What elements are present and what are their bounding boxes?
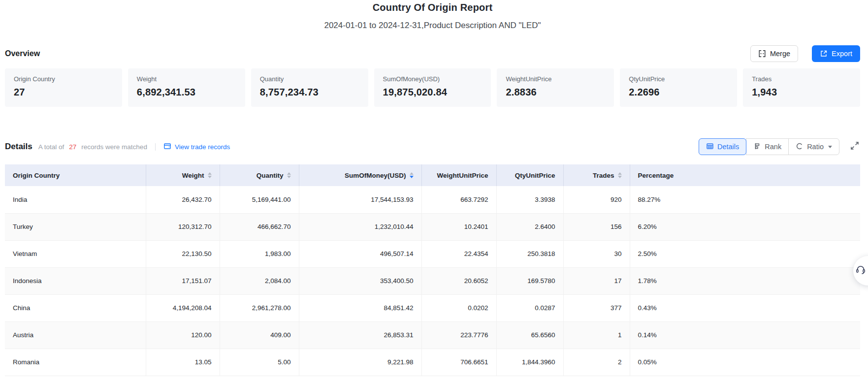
cell-qty-unit-price: 169.5780 bbox=[496, 267, 563, 294]
cell-trades: 156 bbox=[563, 213, 630, 240]
details-heading: Details bbox=[5, 142, 32, 152]
cell-qty-unit-price: 0.0287 bbox=[496, 294, 563, 321]
stat-value: 19,875,020.84 bbox=[383, 87, 482, 98]
table-row: Indonesia 17,151.07 2,084.00 353,400.50 … bbox=[5, 267, 860, 294]
stat-card-weight-unit-price: WeightUnitPrice 2.8836 bbox=[497, 68, 614, 107]
merge-cells-icon bbox=[758, 50, 766, 58]
cell-sum-of-money: 1,232,010.44 bbox=[299, 213, 421, 240]
cell-quantity: 5,169,441.00 bbox=[220, 186, 299, 213]
cell-trades: 377 bbox=[563, 294, 630, 321]
cell-weight: 120.00 bbox=[146, 321, 220, 349]
stat-label: SumOfMoney(USD) bbox=[383, 75, 482, 83]
sort-caret-icon bbox=[208, 172, 212, 178]
cell-quantity: 466,662.70 bbox=[220, 213, 299, 240]
stat-value: 1,943 bbox=[752, 87, 851, 98]
export-button[interactable]: Export bbox=[812, 45, 860, 62]
cell-country: China bbox=[5, 294, 146, 321]
stat-card-qty-unit-price: QtyUnitPrice 2.2696 bbox=[620, 68, 737, 107]
cell-quantity: 2,961,278.00 bbox=[220, 294, 299, 321]
cell-country: India bbox=[5, 186, 146, 213]
cell-weight-unit-price: 663.7292 bbox=[421, 186, 496, 213]
cell-country: Indonesia bbox=[5, 267, 146, 294]
col-header-trades[interactable]: Trades bbox=[563, 164, 630, 186]
table-icon bbox=[706, 142, 714, 152]
cell-percentage: 88.27% bbox=[630, 186, 860, 213]
cell-sum-of-money: 353,400.50 bbox=[299, 267, 421, 294]
tab-ratio[interactable]: Ratio bbox=[788, 138, 839, 155]
details-bar: Details A total of 27 records were match… bbox=[5, 138, 860, 155]
col-header-label: Origin Country bbox=[13, 172, 60, 179]
cell-country: Romania bbox=[5, 349, 146, 376]
merge-button[interactable]: Merge bbox=[750, 45, 798, 62]
match-summary: A total of 27 records were matched bbox=[38, 143, 147, 151]
divider bbox=[155, 143, 156, 151]
cell-sum-of-money: 9,221.98 bbox=[299, 349, 421, 376]
col-header-weight[interactable]: Weight bbox=[146, 164, 220, 186]
report-page: Country Of Origin Report 2024-01-01 to 2… bbox=[0, 0, 868, 376]
cell-quantity: 5.00 bbox=[220, 349, 299, 376]
overview-bar: Overview Merge bbox=[5, 45, 860, 62]
tab-rank-label: Rank bbox=[765, 143, 781, 151]
stat-value: 2.8836 bbox=[506, 87, 605, 98]
view-trade-records-link[interactable]: View trade records bbox=[163, 142, 230, 152]
origin-table-wrap: Origin Country Weight Quantity SumOfMone… bbox=[5, 164, 860, 376]
stat-label: Origin Country bbox=[14, 75, 113, 83]
sort-caret-icon-desc-active bbox=[410, 172, 414, 178]
col-header-label: Percentage bbox=[638, 172, 674, 179]
cell-weight-unit-price: 22.4354 bbox=[421, 240, 496, 267]
col-header-sum-of-money[interactable]: SumOfMoney(USD) bbox=[299, 164, 421, 186]
view-switch: Details Rank bbox=[699, 138, 860, 155]
cell-qty-unit-price: 65.6560 bbox=[496, 321, 563, 349]
view-trade-records-label: View trade records bbox=[175, 143, 230, 151]
stat-label: QtyUnitPrice bbox=[629, 75, 728, 83]
cell-trades: 1 bbox=[563, 321, 630, 349]
table-row: India 26,432.70 5,169,441.00 17,544,153.… bbox=[5, 186, 860, 213]
cell-weight-unit-price: 223.7776 bbox=[421, 321, 496, 349]
browser-window-icon bbox=[163, 142, 171, 152]
report-subtitle: 2024-01-01 to 2024-12-31,Product Descrip… bbox=[5, 21, 860, 31]
stat-label: WeightUnitPrice bbox=[506, 75, 605, 83]
export-icon bbox=[820, 50, 828, 58]
stat-card-sum-of-money: SumOfMoney(USD) 19,875,020.84 bbox=[374, 68, 491, 107]
merge-button-label: Merge bbox=[770, 50, 790, 58]
cell-percentage: 0.43% bbox=[630, 294, 860, 321]
tab-ratio-label: Ratio bbox=[807, 143, 824, 151]
col-header-percentage: Percentage bbox=[630, 164, 860, 186]
cell-weight-unit-price: 10.2401 bbox=[421, 213, 496, 240]
overview-stat-cards: Origin Country 27 Weight 6,892,341.53 Qu… bbox=[5, 68, 860, 107]
stat-value: 2.2696 bbox=[629, 87, 728, 98]
tab-details[interactable]: Details bbox=[699, 138, 746, 155]
cell-sum-of-money: 84,851.42 bbox=[299, 294, 421, 321]
cell-weight-unit-price: 0.0202 bbox=[421, 294, 496, 321]
cell-qty-unit-price: 250.3818 bbox=[496, 240, 563, 267]
tab-details-label: Details bbox=[717, 143, 739, 151]
origin-table: Origin Country Weight Quantity SumOfMone… bbox=[5, 164, 860, 376]
cell-quantity: 1,983.00 bbox=[220, 240, 299, 267]
cell-weight: 120,312.70 bbox=[146, 213, 220, 240]
cell-country: Turkey bbox=[5, 213, 146, 240]
tab-rank[interactable]: Rank bbox=[746, 138, 789, 155]
report-header: Country Of Origin Report 2024-01-01 to 2… bbox=[5, 2, 860, 31]
cell-country: Austria bbox=[5, 321, 146, 349]
cell-percentage: 0.05% bbox=[630, 349, 860, 376]
stat-value: 6,892,341.53 bbox=[137, 87, 236, 98]
headset-icon bbox=[854, 263, 867, 278]
cell-quantity: 409.00 bbox=[220, 321, 299, 349]
col-header-weight-unit-price: WeightUnitPrice bbox=[421, 164, 496, 186]
table-row: Vietnam 22,130.50 1,983.00 496,507.14 22… bbox=[5, 240, 860, 267]
table-row: Turkey 120,312.70 466,662.70 1,232,010.4… bbox=[5, 213, 860, 240]
overview-heading: Overview bbox=[5, 49, 40, 58]
stat-label: Trades bbox=[752, 75, 851, 83]
stat-label: Quantity bbox=[260, 75, 359, 83]
cell-trades: 920 bbox=[563, 186, 630, 213]
fullscreen-button[interactable] bbox=[849, 140, 860, 153]
fullscreen-icon bbox=[849, 140, 860, 153]
cell-percentage: 6.20% bbox=[630, 213, 860, 240]
table-row: China 4,194,208.04 2,961,278.00 84,851.4… bbox=[5, 294, 860, 321]
stat-card-quantity: Quantity 8,757,234.73 bbox=[251, 68, 368, 107]
stat-label: Weight bbox=[137, 75, 236, 83]
col-header-quantity[interactable]: Quantity bbox=[220, 164, 299, 186]
cell-weight-unit-price: 706.6651 bbox=[421, 349, 496, 376]
table-row: Romania 13.05 5.00 9,221.98 706.6651 1,8… bbox=[5, 349, 860, 376]
cell-weight: 13.05 bbox=[146, 349, 220, 376]
